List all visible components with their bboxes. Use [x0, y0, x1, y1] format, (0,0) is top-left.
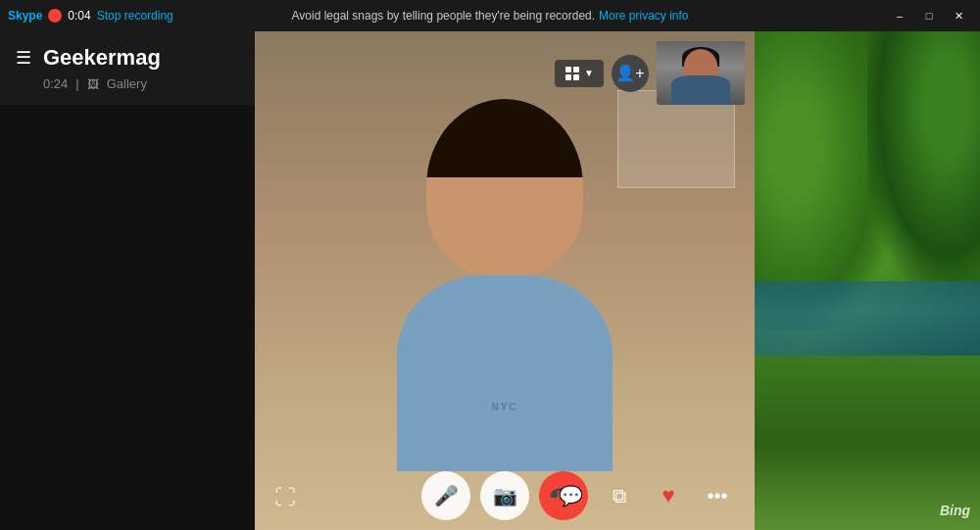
sidebar-sub: 0:24 | 🖼 Gallery	[0, 74, 255, 105]
chat-icon: 💬	[559, 484, 583, 507]
minimize-button[interactable]: –	[886, 6, 913, 25]
gallery-icon: 🖼	[87, 77, 99, 91]
recording-notice-text: Avoid legal snags by telling people they…	[292, 9, 596, 23]
title-bar: Skype 0:04 Stop recording Avoid legal sn…	[0, 0, 980, 31]
copy-icon: ⧉	[612, 485, 626, 507]
add-person-icon: 👤+	[615, 64, 644, 82]
svg-rect-0	[565, 67, 571, 72]
skype-logo: Skype	[8, 9, 42, 23]
sidebar-body	[0, 105, 255, 530]
self-view-mini-video[interactable]	[657, 41, 745, 105]
mini-shirt	[671, 75, 730, 105]
video-top-controls: ▼ 👤+	[555, 41, 745, 105]
more-icon: •••	[707, 485, 727, 507]
maximize-button[interactable]: □	[915, 6, 943, 25]
gallery-label[interactable]: Gallery	[107, 76, 147, 91]
contact-name: Geekermag	[43, 45, 161, 71]
water-strip	[755, 281, 980, 356]
layout-icon	[564, 66, 580, 81]
person-shirt: NYC	[397, 275, 612, 471]
window-controls: – □ ✕	[886, 6, 972, 25]
layout-switch-button[interactable]: ▼	[555, 60, 604, 87]
right-call-controls: 💬 ⧉ ♥ •••	[553, 478, 735, 513]
recording-timer: 0:04	[68, 9, 90, 23]
wallpaper-gradient: Bing	[755, 31, 980, 530]
recording-indicator-dot	[48, 9, 62, 23]
svg-rect-2	[565, 74, 571, 80]
shirt-text: NYC	[466, 402, 544, 412]
person-figure: NYC	[377, 99, 632, 471]
microphone-icon: 🎤	[434, 484, 459, 507]
heart-icon: ♥	[662, 483, 674, 508]
separator: |	[75, 76, 78, 91]
toggle-camera-button[interactable]: 📷	[480, 471, 529, 520]
mute-microphone-button[interactable]: 🎤	[421, 471, 470, 520]
chat-button[interactable]: 💬	[553, 478, 588, 513]
bing-watermark: Bing	[940, 503, 970, 518]
video-area: NYC ▼ 👤+ ⛶	[255, 31, 755, 530]
mini-person-figure	[657, 41, 745, 105]
stop-recording-link[interactable]: Stop recording	[97, 9, 173, 23]
svg-rect-1	[573, 67, 579, 72]
privacy-link[interactable]: More privacy info	[599, 9, 688, 23]
wallpaper-panel: Bing	[755, 31, 980, 530]
add-person-button[interactable]: 👤+	[612, 55, 649, 92]
chevron-down-icon: ▼	[584, 68, 594, 78]
sidebar: ☰ Geekermag 0:24 | 🖼 Gallery	[0, 31, 255, 530]
more-options-button[interactable]: •••	[700, 478, 735, 513]
person-hair-right	[559, 99, 583, 177]
main-video: NYC	[255, 31, 755, 530]
hamburger-menu-button[interactable]: ☰	[16, 47, 31, 69]
call-duration: 0:24	[43, 76, 68, 91]
copy-button[interactable]: ⧉	[602, 478, 637, 513]
wall-items	[617, 90, 735, 188]
camera-icon: 📷	[493, 484, 517, 507]
bottom-controls: 🎤 📷 📞 💬 ⧉ ♥ ••	[255, 461, 755, 530]
title-bar-left: Skype 0:04 Stop recording	[8, 9, 173, 23]
svg-rect-3	[573, 74, 579, 80]
main-area: ☰ Geekermag 0:24 | 🖼 Gallery NYC	[0, 31, 980, 530]
recording-notice-bar: Avoid legal snags by telling people they…	[292, 9, 689, 23]
react-heart-button[interactable]: ♥	[651, 478, 686, 513]
sidebar-header: ☰ Geekermag	[0, 31, 255, 74]
tree-right	[867, 31, 980, 281]
person-face	[426, 99, 583, 275]
close-button[interactable]: ✕	[945, 6, 972, 25]
